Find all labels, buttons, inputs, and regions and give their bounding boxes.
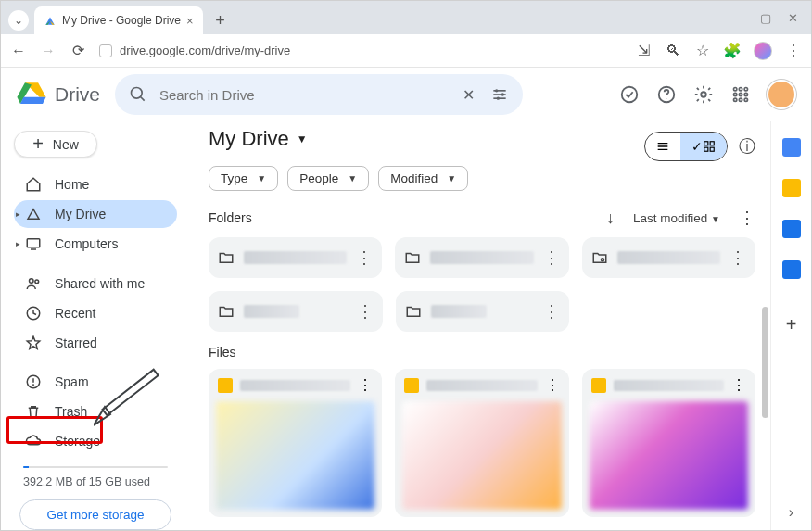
sidebar-item-storage[interactable]: Storage [14, 427, 177, 455]
tab-close-icon[interactable]: × [186, 14, 194, 28]
filter-chip-type[interactable]: Type▼ [209, 166, 278, 191]
sidebar-item-recent[interactable]: Recent [14, 299, 177, 327]
file-thumbnail [216, 401, 374, 510]
filter-chip-people[interactable]: People▼ [287, 166, 369, 191]
file-card[interactable]: ⋮ [582, 369, 755, 517]
sidebar-item-trash[interactable]: Trash [14, 398, 177, 425]
sidebar-item-home[interactable]: Home [14, 171, 177, 198]
search-input[interactable] [159, 87, 447, 103]
folder-card[interactable]: ⋮ [395, 237, 568, 278]
search-icon[interactable] [128, 84, 148, 105]
contacts-addon-icon[interactable] [782, 260, 801, 279]
tasks-addon-icon[interactable] [782, 220, 801, 238]
trash-icon [25, 403, 42, 420]
sidebar-item-shared[interactable]: Shared with me [14, 270, 177, 297]
extensions-icon[interactable]: 🧩 [724, 43, 741, 59]
sidebar-item-starred[interactable]: Starred [14, 329, 177, 357]
offline-ready-icon[interactable] [618, 83, 641, 106]
calendar-addon-icon[interactable] [782, 138, 801, 157]
sidebar-item-label: Computers [55, 236, 118, 251]
tab-search-button[interactable]: ⌄ [8, 10, 29, 31]
grid-view-button[interactable]: ✓ [680, 133, 727, 160]
section-more-icon[interactable]: ⋮ [739, 208, 755, 228]
sidebar-item-label: Recent [55, 306, 95, 321]
settings-gear-icon[interactable] [692, 83, 715, 106]
apps-grid-icon[interactable] [730, 83, 752, 106]
plus-icon: + [32, 133, 44, 155]
search-clear-icon[interactable]: ✕ [458, 84, 478, 105]
app-header: Drive ✕ [1, 68, 811, 121]
get-addons-icon[interactable]: + [786, 314, 797, 335]
file-card[interactable]: ⋮ [209, 369, 382, 517]
file-card[interactable]: ⋮ [395, 369, 568, 517]
item-more-icon[interactable]: ⋮ [357, 301, 374, 322]
nav-reload-button[interactable]: ⟳ [70, 43, 86, 59]
install-app-icon[interactable]: ⇲ [635, 43, 652, 59]
svg-point-26 [744, 98, 747, 101]
new-tab-button[interactable]: + [209, 8, 233, 32]
new-button[interactable]: + New [14, 131, 97, 158]
list-view-button[interactable] [645, 133, 680, 160]
help-icon[interactable] [655, 83, 678, 106]
site-info-icon[interactable] [99, 44, 112, 57]
url-input[interactable]: drive.google.com/drive/my-drive [99, 44, 622, 57]
filter-chip-modified[interactable]: Modified▼ [378, 166, 468, 191]
slides-file-icon [404, 378, 419, 393]
collapse-sidepanel-icon[interactable]: › [789, 504, 793, 521]
sort-dropdown[interactable]: Last modified ▼ [633, 211, 720, 225]
get-storage-button[interactable]: Get more storage [19, 499, 171, 530]
chevron-down-icon: ▼ [257, 173, 266, 183]
file-name-redacted [426, 380, 537, 391]
svg-point-11 [495, 89, 498, 92]
folder-card[interactable]: ⋮ [209, 291, 383, 332]
account-avatar[interactable] [767, 80, 796, 109]
sidebar-item-computers[interactable]: ▸ Computers [14, 230, 177, 258]
chrome-profile-avatar[interactable] [754, 42, 772, 60]
browser-tab-active[interactable]: My Drive - Google Drive × [34, 6, 203, 34]
scrollbar-thumb[interactable] [762, 307, 768, 418]
svg-point-36 [33, 385, 34, 386]
nav-forward-button[interactable]: → [40, 43, 57, 59]
details-info-icon[interactable]: ⓘ [739, 135, 755, 158]
sidebar-item-label: Shared with me [55, 276, 145, 291]
folder-card[interactable]: ⋮ [396, 291, 570, 332]
drive-logo[interactable]: Drive [16, 79, 100, 110]
sidebar-item-my-drive[interactable]: ▸ My Drive [14, 200, 177, 228]
bookmark-icon[interactable]: ☆ [694, 43, 711, 59]
zoom-icon[interactable]: 🔍︎ [665, 43, 681, 59]
window-maximize-icon[interactable]: ▢ [760, 11, 771, 25]
svg-point-6 [132, 88, 143, 99]
files-section-label: Files [209, 345, 236, 360]
expand-caret-icon[interactable]: ▸ [16, 239, 20, 248]
browser-tab-strip: ⌄ My Drive - Google Drive × + — ▢ ✕ [1, 1, 811, 34]
folder-card[interactable]: ⋮ [582, 237, 755, 278]
item-more-icon[interactable]: ⋮ [358, 376, 373, 394]
page-title-dropdown[interactable]: My Drive ▼ [209, 127, 308, 151]
view-toggle[interactable]: ✓ [644, 132, 728, 161]
file-name-redacted [240, 380, 350, 391]
browser-tab-title: My Drive - Google Drive [62, 14, 181, 27]
svg-point-18 [734, 88, 737, 91]
folder-card[interactable]: ⋮ [209, 237, 382, 278]
nav-back-button[interactable]: ← [10, 43, 27, 59]
sort-direction-icon[interactable]: ↓ [606, 209, 615, 228]
window-close-icon[interactable]: ✕ [788, 11, 798, 25]
expand-caret-icon[interactable]: ▸ [16, 209, 20, 219]
starred-icon [25, 335, 42, 351]
item-more-icon[interactable]: ⋮ [545, 376, 560, 394]
chip-label: Type [221, 171, 247, 185]
sidebar-item-spam[interactable]: Spam [14, 368, 177, 396]
item-more-icon[interactable]: ⋮ [543, 301, 560, 322]
chip-label: Modified [390, 171, 438, 185]
keep-addon-icon[interactable] [782, 179, 801, 197]
svg-point-24 [734, 98, 737, 101]
search-options-icon[interactable] [489, 84, 510, 105]
item-more-icon[interactable]: ⋮ [543, 247, 560, 268]
search-bar[interactable]: ✕ [115, 74, 523, 115]
item-more-icon[interactable]: ⋮ [730, 247, 746, 268]
item-more-icon[interactable]: ⋮ [356, 247, 373, 268]
chrome-menu-icon[interactable]: ⋮ [785, 43, 802, 59]
sidebar-item-label: Trash [55, 404, 87, 419]
window-minimize-icon[interactable]: — [731, 11, 743, 25]
item-more-icon[interactable]: ⋮ [731, 376, 746, 394]
